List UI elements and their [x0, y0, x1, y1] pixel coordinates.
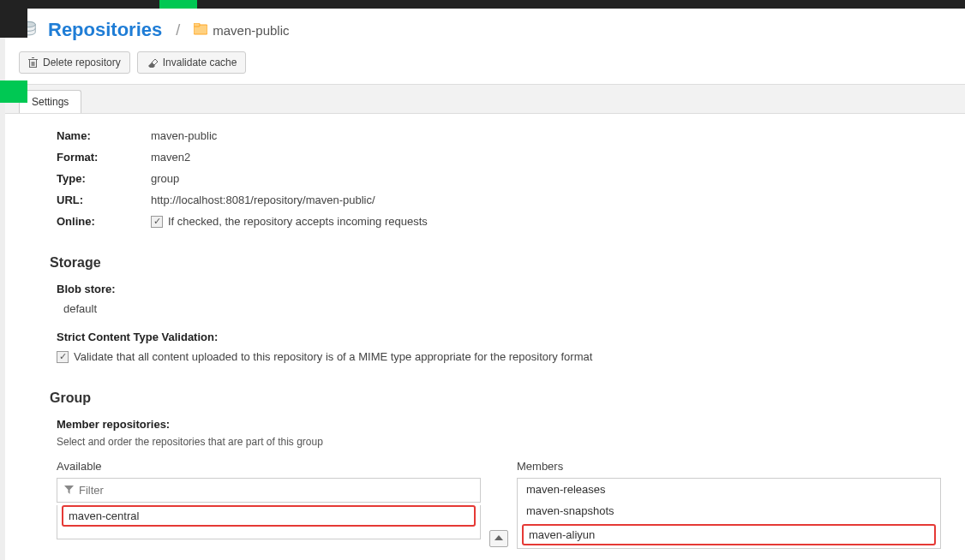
filter-box: [57, 478, 481, 503]
breadcrumb-current: maven-public: [194, 23, 289, 38]
tab-settings[interactable]: Settings: [19, 90, 81, 113]
type-value: group: [151, 172, 179, 185]
format-label: Format:: [57, 151, 151, 164]
sidebar-active-tab[interactable]: [0, 80, 27, 103]
strict-validation-label: Strict Content Type Validation:: [57, 331, 941, 343]
online-checkbox[interactable]: ✓: [151, 216, 163, 228]
breadcrumb-title[interactable]: Repositories: [48, 19, 162, 41]
sidebar-dark-region: [0, 9, 27, 38]
list-item[interactable]: maven-snapshots: [518, 500, 940, 521]
content-area: Name: maven-public Format: maven2 Type: …: [5, 114, 965, 560]
top-bar: [0, 0, 965, 9]
available-title: Available: [57, 460, 481, 473]
transfer-buttons: [489, 530, 508, 547]
breadcrumb-current-label: maven-public: [213, 23, 289, 38]
url-value: http://localhost:8081/repository/maven-p…: [151, 194, 375, 206]
move-up-button[interactable]: [489, 530, 508, 547]
members-list: maven-releases maven-snapshots maven-ali…: [517, 478, 941, 549]
breadcrumb: Repositories / maven-public: [5, 9, 965, 51]
top-bar-active-indicator: [159, 0, 197, 9]
list-item[interactable]: maven-releases: [518, 479, 940, 500]
storage-heading: Storage: [50, 255, 941, 271]
list-item[interactable]: maven-aliyun: [522, 524, 936, 545]
member-repositories-desc: Select and order the repositories that a…: [57, 436, 941, 448]
check-icon: ✓: [59, 352, 67, 361]
breadcrumb-separator: /: [176, 21, 180, 39]
format-value: maven2: [151, 151, 190, 164]
folder-icon: [194, 23, 213, 38]
strict-validation-checkbox[interactable]: ✓: [57, 351, 69, 363]
tabs-bar: Settings: [5, 84, 965, 114]
group-heading: Group: [50, 390, 941, 406]
eraser-icon: [147, 58, 158, 68]
available-column: Available maven-central: [57, 460, 481, 539]
available-list: maven-central: [57, 505, 481, 539]
svg-rect-3: [194, 23, 200, 27]
name-label: Name:: [57, 129, 151, 142]
action-bar: Delete repository Invalidate cache: [5, 51, 965, 84]
delete-repository-button[interactable]: Delete repository: [19, 51, 130, 74]
name-value: maven-public: [151, 129, 217, 142]
invalidate-button-label: Invalidate cache: [163, 57, 237, 69]
url-label: URL:: [57, 194, 151, 206]
delete-button-label: Delete repository: [43, 57, 121, 69]
member-repositories-label: Member repositories:: [57, 418, 941, 431]
left-sidebar: [0, 9, 5, 560]
check-icon: ✓: [153, 217, 161, 226]
type-label: Type:: [57, 172, 151, 185]
filter-icon: [64, 486, 74, 495]
online-desc: If checked, the repository accepts incom…: [168, 215, 428, 228]
online-label: Online:: [57, 215, 151, 228]
blob-store-value: default: [63, 302, 941, 315]
strict-validation-desc: Validate that all content uploaded to th…: [74, 350, 592, 363]
invalidate-cache-button[interactable]: Invalidate cache: [137, 51, 247, 74]
members-column: Members maven-releases maven-snapshots m…: [517, 460, 941, 549]
trash-icon: [28, 57, 38, 68]
members-title: Members: [517, 460, 941, 473]
list-item[interactable]: maven-central: [62, 505, 476, 527]
blob-store-label: Blob store:: [57, 283, 941, 295]
filter-input[interactable]: [79, 484, 473, 497]
